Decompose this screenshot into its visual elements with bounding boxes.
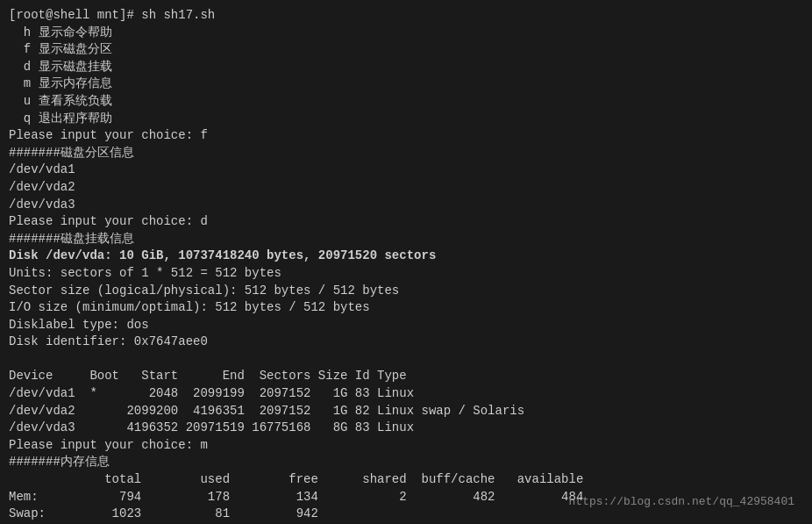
menu-item-d: d 显示磁盘挂载 xyxy=(9,59,803,76)
partition-vda1: /dev/vda1 xyxy=(9,162,803,179)
partition-row-vda2: /dev/vda2 2099200 4196351 2097152 1G 82 … xyxy=(9,403,803,420)
blank-line-1 xyxy=(9,351,803,369)
disk-info-bold: Disk /dev/vda: 10 GiB, 10737418240 bytes… xyxy=(9,248,803,265)
choice-f-prompt: Please input your choice: f xyxy=(9,127,803,145)
menu-item-m: m 显示内存信息 xyxy=(9,75,803,93)
partition-vda3: /dev/vda3 xyxy=(9,197,803,214)
mem-table-header: total used free shared buff/cache availa… xyxy=(9,471,803,489)
disk-detail-0: Units: sectors of 1 * 512 = 512 bytes xyxy=(9,265,803,283)
partition-row-vda3: /dev/vda3 4196352 20971519 16775168 8G 8… xyxy=(9,420,803,437)
url-watermark: https://blog.csdn.net/qq_42958401 xyxy=(569,494,794,510)
menu-item-h: h 显示命令帮助 xyxy=(9,25,803,42)
choice-m-prompt: Please input your choice: m xyxy=(9,437,803,455)
menu-item-q: q 退出程序帮助 xyxy=(9,111,803,128)
terminal-window: [root@shell mnt]# sh sh17.sh h 显示命令帮助 f … xyxy=(9,7,803,517)
menu-item-u: u 查看系统负载 xyxy=(9,93,803,111)
disk-partition-header: #######磁盘分区信息 xyxy=(9,145,803,162)
disk-detail-3: Disklabel type: dos xyxy=(9,317,803,334)
choice-d-prompt: Please input your choice: d xyxy=(9,213,803,231)
disk-mount-header: #######磁盘挂载信息 xyxy=(9,231,803,248)
partition-table-header: Device Boot Start End Sectors Size Id Ty… xyxy=(9,368,803,385)
menu-block: h 显示命令帮助 f 显示磁盘分区 d 显示磁盘挂载 m 显示内存信息 u 查看… xyxy=(9,25,803,128)
partition-vda2: /dev/vda2 xyxy=(9,179,803,197)
menu-item-f: f 显示磁盘分区 xyxy=(9,41,803,59)
shell-prompt: [root@shell mnt]# sh sh17.sh xyxy=(9,7,803,25)
partition-row-vda1: /dev/vda1 * 2048 2099199 2097152 1G 83 L… xyxy=(9,385,803,403)
disk-detail-2: I/O size (minimum/optimal): 512 bytes / … xyxy=(9,299,803,317)
disk-detail-1: Sector size (logical/physical): 512 byte… xyxy=(9,283,803,300)
disk-detail-4: Disk identifier: 0x7647aee0 xyxy=(9,334,803,351)
mem-header: #######内存信息 xyxy=(9,454,803,471)
